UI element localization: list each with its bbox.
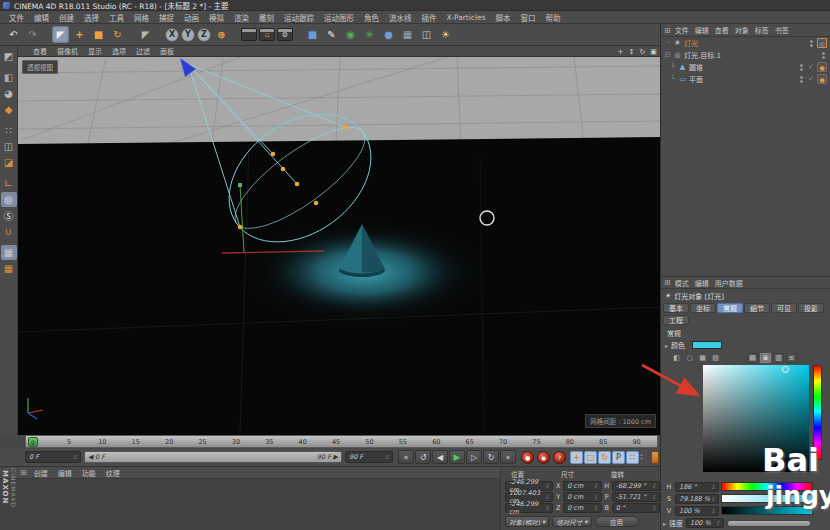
texture-mode-icon[interactable]: ◕ [1,86,17,101]
mat-menu-function[interactable]: 功能 [77,468,101,478]
vp-menu-filter[interactable]: 过滤 [131,46,155,56]
color-picker-marker[interactable] [782,366,789,373]
move-tool-icon[interactable]: + [71,26,88,43]
object-label[interactable]: 灯光 [684,38,698,48]
hue-field[interactable]: 186 °↕ [675,482,719,492]
menu-motion-tracker[interactable]: 运动跟踪 [279,12,319,23]
menu-select[interactable]: 选择 [79,12,104,23]
keyframe-selection-button[interactable]: ? [553,451,566,464]
panel-grid-icon[interactable]: ⊞ [664,26,671,35]
menu-sculpt[interactable]: 雕刻 [254,12,279,23]
menu-mesh[interactable]: 网格 [129,12,154,23]
timeline-options-icon[interactable] [651,451,659,464]
panel-grid-icon[interactable]: ⊞ [20,468,27,477]
value-field[interactable]: 100 %↕ [675,506,719,516]
render-settings-icon[interactable]: ⚙ [277,28,293,41]
phong-tag-icon[interactable]: ● [817,62,827,72]
workplane-snap-icon[interactable]: ▦ [1,261,17,276]
tab-details[interactable]: 细节 [744,303,770,313]
picker-image-icon[interactable]: ▨ [710,353,721,363]
next-frame-button[interactable]: ▷ [466,450,482,464]
visibility-dots[interactable] [822,52,825,59]
metaball-icon[interactable]: ● [380,26,397,43]
toolbar-separator[interactable] [232,26,239,43]
viewport-canvas[interactable] [18,57,660,435]
visibility-dots[interactable] [810,40,813,47]
key-parameter-toggle[interactable]: P [612,451,625,464]
mixer-mode-icon[interactable]: ≡ [786,353,797,363]
om-menu-view[interactable]: 查看 [712,25,732,35]
visibility-dots[interactable] [800,64,803,71]
workplane-lock-icon[interactable]: ▦ [1,245,17,260]
expander-icon[interactable]: ▸ [663,520,666,527]
primitive-cube-icon[interactable]: ■ [304,26,321,43]
pan-view-icon[interactable]: + [616,48,625,56]
object-label[interactable]: 圆锥 [689,62,703,72]
magnet-icon[interactable]: ∪ [1,224,17,239]
toolbar-separator[interactable] [156,26,163,43]
object-row-plane[interactable]: └ ▭ 平面 ✓ ● [661,73,830,85]
am-menu-edit[interactable]: 编辑 [692,278,712,288]
object-row-light-target[interactable]: ⊟ ◎ 灯光.目标.1 [661,49,830,61]
timeline-ruler[interactable]: 051015202530354045505560657075808590 0 [25,435,658,448]
tab-project[interactable]: 工程 [663,315,689,325]
saturation-field[interactable]: 79.188 %↕ [675,494,719,504]
prev-frame-button[interactable]: ◀ [432,450,448,464]
size-field[interactable]: 0 cm↕ [563,503,602,513]
autokey-button[interactable]: ◉ [537,451,550,464]
lock-z-icon[interactable]: Z [197,28,211,42]
picker-spectrum-icon[interactable]: ▦ [697,353,708,363]
size-field[interactable]: 0 cm↕ [563,492,602,502]
toolbar-separator[interactable] [128,26,135,43]
snap-enable-icon[interactable]: ◎ [1,192,17,207]
snapshot-dots-icon[interactable]: ∷ [637,452,643,462]
mat-menu-texture[interactable]: 纹理 [101,468,125,478]
menu-create[interactable]: 创建 [54,12,79,23]
mat-menu-edit[interactable]: 编辑 [53,468,77,478]
expander-icon[interactable]: ⊟ [664,51,671,59]
target-tag-icon[interactable]: ◎ [817,38,827,48]
expander-icon[interactable]: ▸ [665,342,668,349]
rotate-tool-icon[interactable]: ↻ [109,26,126,43]
goto-start-button[interactable]: « [398,450,414,464]
tab-coordinates[interactable]: 坐标 [690,303,716,313]
tab-visibility[interactable]: 可见 [771,303,797,313]
edges-mode-icon[interactable]: ◫ [1,139,17,154]
frame-range-slider[interactable]: ◀ 0 F 90 F ▶ [84,451,342,463]
floor-icon[interactable]: ▦ [399,26,416,43]
intensity-slider[interactable] [727,520,811,527]
om-menu-objects[interactable]: 对象 [732,25,752,35]
menu-edit[interactable]: 编辑 [29,12,54,23]
last-tool-icon[interactable]: ◤ [137,26,154,43]
subdivision-surface-icon[interactable]: ◉ [342,26,359,43]
enable-check-icon[interactable]: ✓ [807,75,815,83]
key-rotation-toggle[interactable]: ↻ [598,451,611,464]
tab-shadow[interactable]: 投影 [798,303,824,313]
om-menu-edit[interactable]: 编辑 [692,25,712,35]
tab-basic[interactable]: 基本 [663,303,689,313]
visibility-dots[interactable] [800,76,803,83]
points-mode-icon[interactable]: ∷ [1,123,17,138]
menu-simulate[interactable]: 模拟 [204,12,229,23]
vp-menu-camera[interactable]: 摄像机 [52,46,83,56]
am-menu-mode[interactable]: 模式 [672,278,692,288]
quantize-icon[interactable]: Ⓢ [1,208,17,223]
polygons-mode-icon[interactable]: ◪ [1,155,17,170]
lock-y-icon[interactable]: Y [181,28,195,42]
render-view-icon[interactable] [241,28,257,41]
coordinate-mode-dropdown[interactable]: 对象(相对)▾ [505,516,549,527]
vp-menu-panel[interactable]: 面板 [155,46,179,56]
menu-help[interactable]: 帮助 [541,12,566,23]
menu-render[interactable]: 渲染 [229,12,254,23]
om-menu-bookmarks[interactable]: 书签 [772,25,792,35]
model-mode-icon[interactable]: ◧ [1,70,17,85]
key-position-toggle[interactable]: + [570,451,583,464]
object-row-light[interactable]: ╶ ☀ 灯光 ◎ [661,37,830,49]
array-generator-icon[interactable]: ✳ [361,26,378,43]
goto-prev-key-button[interactable]: ↺ [415,450,431,464]
rotation-field[interactable]: 0 °↕ [612,503,660,513]
frame-start-field[interactable]: 0 F↕ [25,451,81,463]
light-icon[interactable]: ☀ [437,26,454,43]
play-button[interactable]: ▶ [449,450,465,464]
rotation-field[interactable]: -68.299 °↕ [612,481,660,491]
